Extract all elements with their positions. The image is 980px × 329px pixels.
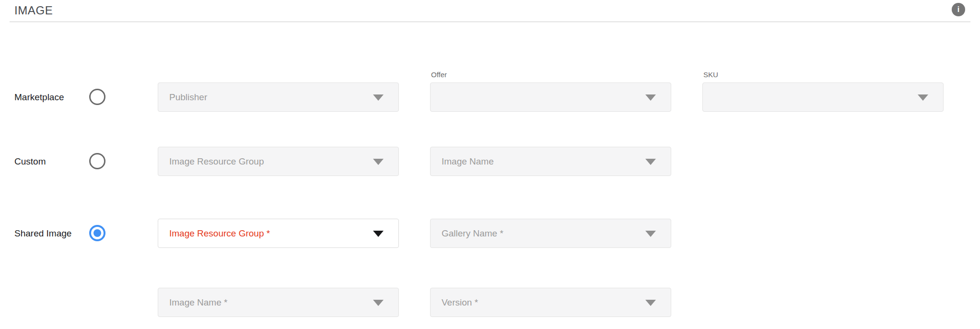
- shared-image-resource-group-placeholder: Image Resource Group *: [169, 219, 270, 247]
- custom-image-name-placeholder: Image Name: [442, 147, 494, 176]
- shared-image-name-placeholder: Image Name *: [169, 288, 227, 317]
- offer-dropdown[interactable]: [430, 82, 671, 112]
- dropdown-arrow-icon: [373, 300, 384, 306]
- row-shared-image: Shared Image Image Resource Group * Gall…: [0, 219, 980, 248]
- marketplace-label: Marketplace: [14, 82, 64, 112]
- sku-field-label: SKU: [703, 70, 718, 79]
- info-icon-glyph: i: [957, 5, 959, 13]
- header-divider: [10, 22, 970, 22]
- radio-marketplace[interactable]: [89, 89, 105, 105]
- dropdown-arrow-icon: [645, 231, 656, 237]
- dropdown-arrow-icon: [373, 94, 384, 101]
- publisher-dropdown[interactable]: Publisher: [158, 82, 399, 112]
- dropdown-arrow-icon: [918, 94, 928, 101]
- row-marketplace: Marketplace Publisher Offer SKU: [0, 82, 980, 112]
- custom-image-resource-group-placeholder: Image Resource Group: [169, 147, 264, 176]
- sku-dropdown[interactable]: [702, 82, 944, 112]
- custom-label: Custom: [14, 147, 46, 176]
- offer-field-label: Offer: [431, 70, 447, 79]
- shared-image-name-dropdown[interactable]: Image Name *: [158, 288, 399, 317]
- gallery-name-dropdown[interactable]: Gallery Name *: [430, 219, 671, 248]
- version-placeholder: Version *: [442, 288, 478, 317]
- gallery-name-placeholder: Gallery Name *: [442, 219, 503, 247]
- custom-image-name-dropdown[interactable]: Image Name: [430, 147, 671, 176]
- section-title: IMAGE: [14, 4, 53, 17]
- dropdown-arrow-icon: [645, 300, 656, 306]
- shared-image-label: Shared Image: [14, 219, 71, 248]
- image-form-section: IMAGE i Marketplace Publisher Offer SKU …: [0, 0, 980, 329]
- custom-image-resource-group-dropdown[interactable]: Image Resource Group: [158, 147, 399, 176]
- version-dropdown[interactable]: Version *: [430, 288, 671, 317]
- radio-custom[interactable]: [89, 153, 105, 169]
- dropdown-arrow-icon: [373, 231, 384, 237]
- dropdown-arrow-icon: [645, 94, 656, 101]
- dropdown-arrow-icon: [645, 159, 656, 165]
- shared-image-resource-group-dropdown[interactable]: Image Resource Group *: [158, 219, 399, 248]
- row-custom: Custom Image Resource Group Image Name: [0, 147, 980, 176]
- dropdown-arrow-icon: [373, 159, 384, 165]
- publisher-placeholder: Publisher: [169, 83, 207, 111]
- radio-shared-image[interactable]: [89, 225, 105, 241]
- row-shared-image-details: Image Name * Version *: [0, 288, 980, 317]
- info-icon[interactable]: i: [952, 3, 965, 16]
